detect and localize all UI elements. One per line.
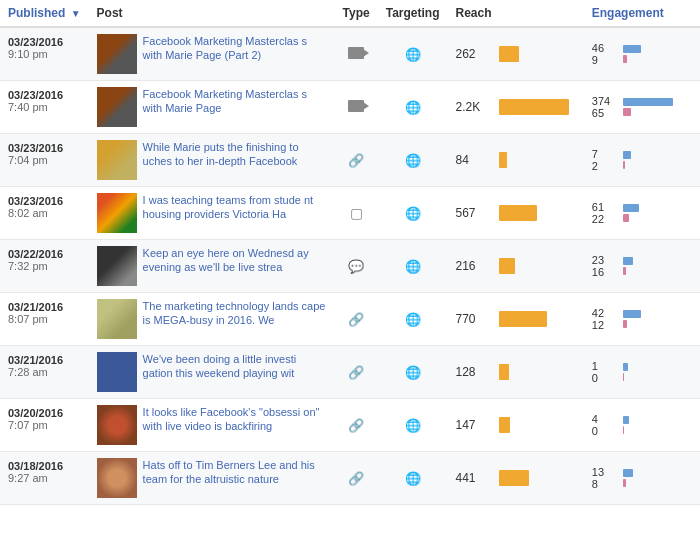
post-thumbnail bbox=[97, 352, 137, 392]
targeting-cell: 🌐 bbox=[378, 187, 448, 240]
date-cell: 03/21/20167:28 am bbox=[0, 346, 89, 399]
time-value: 9:10 pm bbox=[8, 48, 81, 60]
time-value: 8:07 pm bbox=[8, 313, 81, 325]
post-cell: We've been doing a little investi gation… bbox=[89, 346, 335, 399]
date-value: 03/23/2016 bbox=[8, 195, 81, 207]
reach-number: 2.2K bbox=[456, 100, 491, 114]
post-text[interactable]: It looks like Facebook's "obsessi on" wi… bbox=[143, 405, 327, 434]
engagement-numbers: 61 22 bbox=[592, 201, 617, 225]
targeting-cell: 🌐 bbox=[378, 134, 448, 187]
engagement-top-number: 13 bbox=[592, 466, 617, 478]
date-value: 03/21/2016 bbox=[8, 301, 81, 313]
date-cell: 03/22/20167:32 pm bbox=[0, 240, 89, 293]
reach-cell: 147 bbox=[448, 399, 584, 452]
post-cell: I was teaching teams from stude nt housi… bbox=[89, 187, 335, 240]
video-type-icon bbox=[348, 47, 364, 59]
post-text[interactable]: Facebook Marketing Masterclas s with Mar… bbox=[143, 87, 327, 116]
reach-bar-container bbox=[499, 309, 576, 329]
reach-number: 441 bbox=[456, 471, 491, 485]
globe-icon: 🌐 bbox=[405, 312, 421, 327]
post-text[interactable]: Keep an eye here on Wednesd ay evening a… bbox=[143, 246, 327, 275]
published-column-header[interactable]: Published ▼ bbox=[0, 0, 89, 27]
reach-bar bbox=[499, 311, 547, 327]
engagement-top-number: 61 bbox=[592, 201, 617, 213]
reach-bar bbox=[499, 152, 507, 168]
engagement-bottom-number: 16 bbox=[592, 266, 617, 278]
post-text[interactable]: Facebook Marketing Masterclas s with Mar… bbox=[143, 34, 327, 63]
reach-bar bbox=[499, 364, 509, 380]
date-cell: 03/18/20169:27 am bbox=[0, 452, 89, 505]
date-cell: 03/20/20167:07 pm bbox=[0, 399, 89, 452]
reach-bar-container bbox=[499, 415, 576, 435]
engagement-bar-primary bbox=[623, 98, 673, 106]
type-cell: 🔗 bbox=[335, 293, 378, 346]
engagement-bar-primary bbox=[623, 416, 629, 424]
reach-cell: 128 bbox=[448, 346, 584, 399]
time-value: 7:40 pm bbox=[8, 101, 81, 113]
sort-arrow-icon[interactable]: ▼ bbox=[71, 8, 81, 19]
time-value: 8:02 am bbox=[8, 207, 81, 219]
reach-column-header: Reach bbox=[448, 0, 584, 27]
date-cell: 03/21/20168:07 pm bbox=[0, 293, 89, 346]
date-value: 03/23/2016 bbox=[8, 89, 81, 101]
engagement-bar-secondary bbox=[623, 479, 626, 487]
post-thumbnail bbox=[97, 193, 137, 233]
engagement-top-number: 4 bbox=[592, 413, 617, 425]
reach-cell: 770 bbox=[448, 293, 584, 346]
post-column-header: Post bbox=[89, 0, 335, 27]
engagement-bar-secondary bbox=[623, 161, 625, 169]
engagement-bar-container bbox=[623, 416, 629, 434]
date-value: 03/18/2016 bbox=[8, 460, 81, 472]
engagement-bar-primary bbox=[623, 363, 628, 371]
time-value: 7:32 pm bbox=[8, 260, 81, 272]
post-thumbnail bbox=[97, 34, 137, 74]
reach-bar bbox=[499, 99, 569, 115]
engagement-numbers: 13 8 bbox=[592, 466, 617, 490]
type-cell bbox=[335, 81, 378, 134]
reach-cell: 2.2K bbox=[448, 81, 584, 134]
targeting-cell: 🌐 bbox=[378, 240, 448, 293]
engagement-numbers: 1 0 bbox=[592, 360, 617, 384]
targeting-cell: 🌐 bbox=[378, 346, 448, 399]
date-cell: 03/23/20169:10 pm bbox=[0, 27, 89, 81]
engagement-numbers: 42 12 bbox=[592, 307, 617, 331]
comment-type-icon: 💬 bbox=[348, 259, 364, 274]
post-text[interactable]: The marketing technology lands cape is M… bbox=[143, 299, 327, 328]
targeting-cell: 🌐 bbox=[378, 27, 448, 81]
engagement-bar-primary bbox=[623, 151, 631, 159]
reach-bar-container bbox=[499, 97, 576, 117]
engagement-cell: 1 0 bbox=[584, 346, 700, 399]
globe-icon: 🌐 bbox=[405, 100, 421, 115]
reach-bar bbox=[499, 417, 510, 433]
engagement-top-number: 23 bbox=[592, 254, 617, 266]
post-text[interactable]: I was teaching teams from stude nt housi… bbox=[143, 193, 327, 222]
post-text[interactable]: Hats off to Tim Berners Lee and his team… bbox=[143, 458, 327, 487]
link-type-icon: 🔗 bbox=[348, 312, 364, 327]
table-row: 03/23/20167:04 pm While Marie puts the f… bbox=[0, 134, 700, 187]
time-value: 7:07 pm bbox=[8, 419, 81, 431]
reach-number: 84 bbox=[456, 153, 491, 167]
type-cell: 🔗 bbox=[335, 399, 378, 452]
engagement-cell: 7 2 bbox=[584, 134, 700, 187]
engagement-bar-primary bbox=[623, 469, 633, 477]
engagement-bar-container bbox=[623, 151, 631, 169]
engagement-top-number: 46 bbox=[592, 42, 617, 54]
engagement-bar-container bbox=[623, 45, 641, 63]
post-cell: Keep an eye here on Wednesd ay evening a… bbox=[89, 240, 335, 293]
post-text[interactable]: We've been doing a little investi gation… bbox=[143, 352, 327, 381]
table-body: 03/23/20169:10 pm Facebook Marketing Mas… bbox=[0, 27, 700, 505]
reach-number: 128 bbox=[456, 365, 491, 379]
post-cell: It looks like Facebook's "obsessi on" wi… bbox=[89, 399, 335, 452]
engagement-cell: 46 9 bbox=[584, 27, 700, 81]
table-row: 03/22/20167:32 pm Keep an eye here on We… bbox=[0, 240, 700, 293]
globe-icon: 🌐 bbox=[405, 47, 421, 62]
engagement-bottom-number: 12 bbox=[592, 319, 617, 331]
link-type-icon: 🔗 bbox=[348, 418, 364, 433]
post-text[interactable]: While Marie puts the finishing to uches … bbox=[143, 140, 327, 169]
reach-number: 770 bbox=[456, 312, 491, 326]
table-row: 03/23/20167:40 pm Facebook Marketing Mas… bbox=[0, 81, 700, 134]
engagement-bar-container bbox=[623, 469, 633, 487]
targeting-cell: 🌐 bbox=[378, 399, 448, 452]
reach-bar bbox=[499, 46, 519, 62]
engagement-bottom-number: 65 bbox=[592, 107, 617, 119]
